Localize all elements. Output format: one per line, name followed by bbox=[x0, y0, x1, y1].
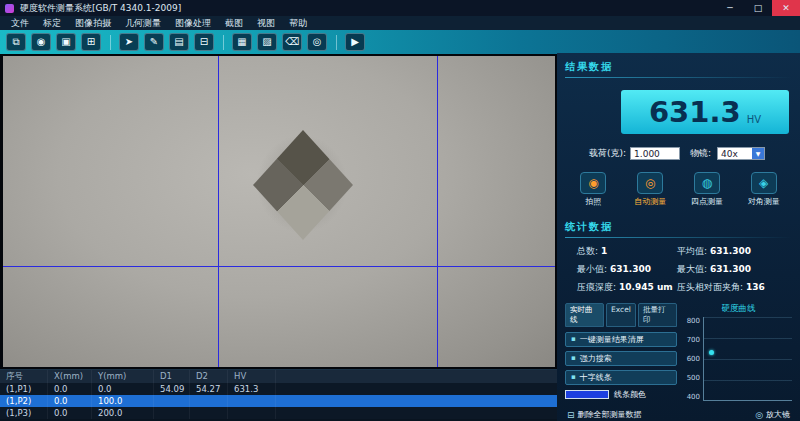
strong-search-label: 强力搜索 bbox=[580, 352, 612, 365]
measure-grid-icon[interactable]: ⊞ bbox=[81, 33, 101, 51]
magnifier-icon: ◎ bbox=[755, 410, 763, 420]
menu-calibration[interactable]: 标定 bbox=[36, 16, 68, 30]
window-title: 硬度软件测量系统[GB/T 4340.1-2009] bbox=[20, 2, 716, 15]
menu-image-processing[interactable]: 图像处理 bbox=[168, 16, 218, 30]
four-point-label: 四点测量 bbox=[679, 196, 736, 207]
hardness-chart: 硬度曲线 800700600500400 bbox=[685, 303, 792, 401]
crosshair-horizontal bbox=[3, 266, 555, 267]
diagonal-measure-button[interactable]: ◈ 对角测量 bbox=[735, 172, 792, 207]
microscope-image[interactable] bbox=[3, 56, 555, 367]
table-row[interactable]: (1,P3)0.0 200.0 bbox=[0, 407, 557, 419]
toolbar-separator bbox=[110, 35, 111, 50]
hardness-value: 631.3 bbox=[649, 95, 741, 129]
table-icon[interactable]: ▦ bbox=[232, 33, 252, 51]
right-panel: 结果数据 631.3 HV 载荷(克): 物镜: 40x ▼ ◉ 拍照 ◎ 自动… bbox=[557, 53, 800, 421]
magnifier-toggle[interactable]: ◎ 放大镜 bbox=[755, 409, 790, 420]
stats-grid: 总数:1 平均值:631.300 最小值:631.300 最大值:631.300… bbox=[565, 245, 792, 294]
video-icon[interactable]: ▣ bbox=[56, 33, 76, 51]
chart-y-axis: 800700600500400 bbox=[685, 317, 703, 401]
chart-area: 800700600500400 bbox=[685, 317, 792, 401]
strong-search-button[interactable]: ▪ 强力搜索 bbox=[565, 351, 677, 366]
minimize-button[interactable]: ─ bbox=[716, 0, 744, 16]
col-filler bbox=[276, 370, 557, 383]
table-row-selected[interactable]: (1,P2)0.0 100.0 bbox=[0, 395, 557, 407]
table-body: (1,P1)0.0 0.054.09 54.27631.3 (1,P2)0.0 … bbox=[0, 383, 557, 419]
trash-icon: ⊟ bbox=[567, 410, 575, 420]
chart-plot bbox=[703, 317, 792, 401]
parameter-row: 载荷(克): 物镜: 40x ▼ bbox=[565, 147, 792, 160]
tools-buttons: 实时曲线 Excel 批量打印 ▪ 一键测量结果清屏 ▪ 强力搜索 ▪ 十字线条 bbox=[565, 303, 677, 401]
close-button[interactable]: ✕ bbox=[772, 0, 800, 16]
stat-indent-depth: 压痕深度:10.945 um bbox=[577, 281, 677, 294]
toolbar-separator bbox=[223, 35, 224, 50]
app-icon bbox=[5, 4, 14, 13]
delete-all-data-button[interactable]: ⊟ 删除全部测量数据 bbox=[567, 409, 642, 420]
objective-label: 物镜: bbox=[690, 147, 711, 160]
app-window: 硬度软件测量系统[GB/T 4340.1-2009] ─ □ ✕ 文件 标定 图… bbox=[0, 0, 800, 421]
tab-excel[interactable]: Excel bbox=[606, 303, 636, 327]
result-section-title: 结果数据 bbox=[565, 60, 792, 74]
square-bullet-icon: ▪ bbox=[571, 352, 576, 365]
delete-icon[interactable]: ⌫ bbox=[282, 33, 302, 51]
menu-screenshot[interactable]: 截图 bbox=[218, 16, 250, 30]
stat-average: 平均值:631.300 bbox=[677, 245, 792, 258]
measure-actions: ◉ 拍照 ◎ 自动测量 ◍ 四点测量 ◈ 对角测量 bbox=[565, 172, 792, 207]
chevron-down-icon: ▼ bbox=[752, 148, 764, 159]
stat-min: 最小值:631.300 bbox=[577, 263, 677, 276]
tab-batch-print[interactable]: 批量打印 bbox=[638, 303, 677, 327]
col-x: X(mm) bbox=[48, 370, 92, 383]
crosshair-lines-label: 十字线条 bbox=[580, 371, 612, 384]
export-icon[interactable]: ▶ bbox=[345, 33, 365, 51]
load-input[interactable] bbox=[630, 147, 680, 160]
image-icon[interactable]: ▨ bbox=[257, 33, 277, 51]
auto-measure-icon: ◎ bbox=[637, 172, 663, 194]
capture-photo-button[interactable]: ◉ 拍照 bbox=[565, 172, 622, 207]
hardness-display: 631.3 HV bbox=[621, 90, 789, 134]
menu-image-capture[interactable]: 图像拍摄 bbox=[68, 16, 118, 30]
table-row[interactable]: (1,P1)0.0 0.054.09 54.27631.3 bbox=[0, 383, 557, 395]
objective-select[interactable]: 40x ▼ bbox=[717, 147, 765, 160]
stat-max: 最大值:631.300 bbox=[677, 263, 792, 276]
chart-point bbox=[709, 350, 714, 355]
menu-file[interactable]: 文件 bbox=[4, 16, 36, 30]
capture-icon[interactable]: ⧉ bbox=[6, 33, 26, 51]
menu-view[interactable]: 视图 bbox=[250, 16, 282, 30]
crosshair-lines-button[interactable]: ▪ 十字线条 bbox=[565, 370, 677, 385]
four-point-measure-button[interactable]: ◍ 四点测量 bbox=[679, 172, 736, 207]
clear-results-label: 一键测量结果清屏 bbox=[580, 333, 644, 346]
results-table: 序号 X(mm) Y(mm) D1 D2 HV (1,P1)0.0 0.054.… bbox=[0, 369, 557, 421]
image-viewport[interactable] bbox=[0, 54, 557, 369]
menu-geometry-measure[interactable]: 几何测量 bbox=[118, 16, 168, 30]
layers-icon[interactable]: ⊟ bbox=[194, 33, 214, 51]
edit-icon[interactable]: ✎ bbox=[144, 33, 164, 51]
menu-help[interactable]: 帮助 bbox=[282, 16, 314, 30]
pointer-icon[interactable]: ➤ bbox=[119, 33, 139, 51]
objective-value: 40x bbox=[718, 148, 752, 159]
maximize-button[interactable]: □ bbox=[744, 0, 772, 16]
auto-measure-label: 自动测量 bbox=[622, 196, 679, 207]
tab-realtime-curve[interactable]: 实时曲线 bbox=[565, 303, 604, 327]
four-point-icon: ◍ bbox=[694, 172, 720, 194]
diagonal-icon: ◈ bbox=[751, 172, 777, 194]
photo-icon: ◉ bbox=[580, 172, 606, 194]
col-hv: HV bbox=[228, 370, 276, 383]
square-bullet-icon: ▪ bbox=[571, 333, 576, 346]
delete-all-label: 删除全部测量数据 bbox=[578, 409, 642, 420]
col-y: Y(mm) bbox=[92, 370, 154, 383]
section-divider bbox=[565, 77, 792, 78]
camera-icon[interactable]: ◉ bbox=[31, 33, 51, 51]
toolbar-separator bbox=[336, 35, 337, 50]
titlebar: 硬度软件测量系统[GB/T 4340.1-2009] ─ □ ✕ bbox=[0, 0, 800, 16]
line-color-swatch[interactable] bbox=[565, 390, 609, 399]
chart-icon[interactable]: ▤ bbox=[169, 33, 189, 51]
clear-results-button[interactable]: ▪ 一键测量结果清屏 bbox=[565, 332, 677, 347]
stat-indenter-angle: 压头相对面夹角:136 bbox=[677, 281, 792, 294]
load-label: 载荷(克): bbox=[589, 147, 626, 160]
snapshot-icon[interactable]: ◎ bbox=[307, 33, 327, 51]
line-color-row: 线条颜色 bbox=[565, 389, 677, 400]
auto-measure-button[interactable]: ◎ 自动测量 bbox=[622, 172, 679, 207]
bottom-actions: ⊟ 删除全部测量数据 ◎ 放大镜 bbox=[565, 409, 792, 420]
line-color-label: 线条颜色 bbox=[614, 389, 646, 400]
table-header-row: 序号 X(mm) Y(mm) D1 D2 HV bbox=[0, 370, 557, 383]
crosshair-vertical-left bbox=[218, 56, 219, 367]
